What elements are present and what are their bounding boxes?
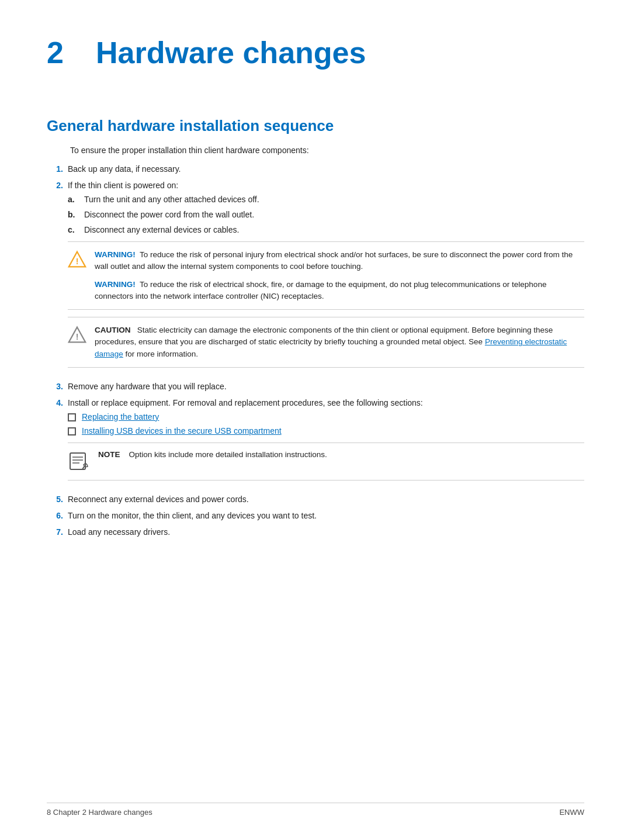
list-item: 2. If the thin client is powered on: a. … — [47, 181, 584, 375]
checkbox-list-item: Replacing the battery — [68, 412, 584, 421]
list-item: 6. Turn on the monitor, the thin client,… — [47, 511, 584, 520]
sub-list: a. Turn the unit and any other attached … — [68, 195, 584, 234]
sub-list-item: b. Disconnect the power cord from the wa… — [68, 210, 584, 219]
step-text: Remove any hardware that you will replac… — [68, 382, 584, 391]
checkbox-icon-2 — [68, 427, 76, 435]
list-item: 4. Install or replace equipment. For rem… — [47, 398, 584, 488]
caution-text: CAUTION Static electricity can damage th… — [95, 324, 584, 360]
step-text: If the thin client is powered on: — [68, 181, 178, 190]
note-text: NOTE Option kits include more detailed i… — [98, 449, 584, 461]
checkbox-icon — [68, 413, 76, 421]
step-number: 3. — [47, 382, 63, 391]
sub-text: Disconnect any external devices or cable… — [84, 225, 584, 234]
warning-box: ! WARNING! To reduce the risk of persona… — [68, 241, 584, 310]
warning-text-2: WARNING! To reduce the risk of electrica… — [95, 279, 584, 303]
section-title: General hardware installation sequence — [47, 117, 584, 135]
step-number: 1. — [47, 164, 63, 174]
step-number: 4. — [47, 398, 63, 407]
note-box: NOTE Option kits include more detailed i… — [68, 443, 584, 481]
chapter-number: 2 — [47, 35, 82, 70]
checkbox-list-item: Installing USB devices in the secure USB… — [68, 426, 584, 435]
note-label: NOTE — [98, 450, 120, 459]
sub-list-item: a. Turn the unit and any other attached … — [68, 195, 584, 204]
svg-rect-4 — [70, 453, 85, 469]
step-number: 6. — [47, 511, 63, 520]
note-icon — [68, 450, 90, 474]
list-item: 1. Back up any data, if necessary. — [47, 164, 584, 174]
step-number: 7. — [47, 527, 63, 537]
svg-text:!: ! — [76, 257, 79, 266]
sub-label: a. — [68, 195, 79, 204]
list-item: 3. Remove any hardware that you will rep… — [47, 382, 584, 391]
footer-left: 8 Chapter 2 Hardware changes — [47, 808, 152, 817]
step-number: 5. — [47, 495, 63, 504]
sub-text: Turn the unit and any other attached dev… — [84, 195, 584, 204]
warning-text: WARNING! To reduce the risk of personal … — [95, 249, 584, 273]
caution-inner: ! CAUTION Static electricity can damage … — [68, 324, 584, 360]
sub-label: c. — [68, 225, 79, 234]
footer-right: ENWW — [559, 808, 584, 817]
caution-label: CAUTION — [95, 326, 131, 334]
page-footer: 8 Chapter 2 Hardware changes ENWW — [47, 803, 584, 817]
step-text: Turn on the monitor, the thin client, an… — [68, 511, 584, 520]
checkbox-list: Replacing the battery Installing USB dev… — [68, 412, 584, 435]
step-content: If the thin client is powered on: a. Tur… — [68, 181, 584, 375]
caution-link[interactable]: Preventing electrostatic damage — [95, 337, 567, 358]
step-text: Back up any data, if necessary. — [68, 164, 584, 174]
caution-triangle-icon: ! — [68, 326, 86, 346]
warning-label-2: WARNING! — [95, 280, 136, 289]
chapter-header: 2 Hardware changes — [47, 35, 584, 70]
list-item: 5. Reconnect any external devices and po… — [47, 495, 584, 504]
installing-usb-link[interactable]: Installing USB devices in the secure USB… — [82, 426, 282, 435]
caution-box: ! CAUTION Static electricity can damage … — [68, 317, 584, 368]
step-text: Reconnect any external devices and power… — [68, 495, 584, 504]
warning-row: ! WARNING! To reduce the risk of persona… — [68, 249, 584, 273]
warning-row-2: WARNING! To reduce the risk of electrica… — [68, 279, 584, 303]
sub-label: b. — [68, 210, 79, 219]
replacing-battery-link[interactable]: Replacing the battery — [82, 412, 159, 421]
warning-triangle-icon: ! — [68, 250, 86, 271]
step-text: Load any necessary drivers. — [68, 527, 584, 537]
step-text-4: Install or replace equipment. For remova… — [68, 398, 423, 407]
list-item: 7. Load any necessary drivers. — [47, 527, 584, 537]
svg-text:!: ! — [76, 332, 79, 341]
intro-text: To ensure the proper installation thin c… — [70, 146, 584, 155]
sub-text: Disconnect the power cord from the wall … — [84, 210, 584, 219]
sub-list-item: c. Disconnect any external devices or ca… — [68, 225, 584, 234]
chapter-title: Hardware changes — [96, 35, 366, 70]
step-content-4: Install or replace equipment. For remova… — [68, 398, 584, 488]
main-list: 1. Back up any data, if necessary. 2. If… — [47, 164, 584, 537]
warning-label: WARNING! — [95, 250, 136, 259]
step-number: 2. — [47, 181, 63, 190]
